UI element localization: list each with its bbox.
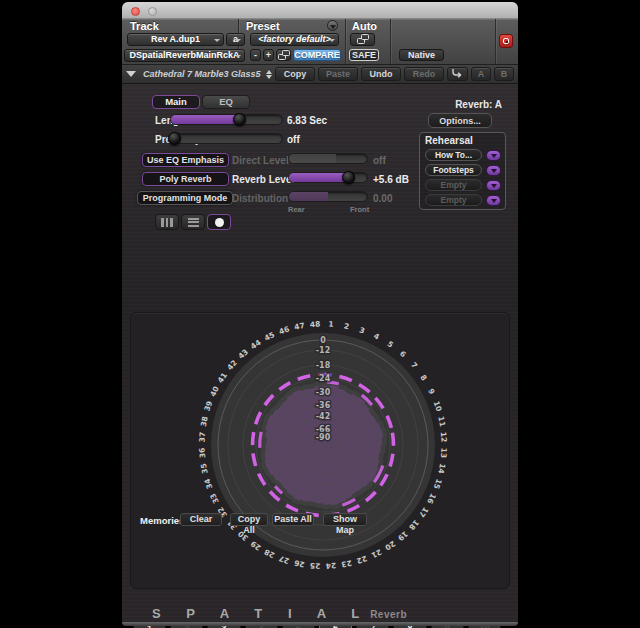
librarian-bar: Cathedral 7 Marble3 Glass5 6s Generic Co… <box>122 64 518 84</box>
use-eq-emphasis-button[interactable]: Use EQ Emphasis <box>142 153 229 167</box>
options-button[interactable]: Options... <box>428 113 492 128</box>
compare-button[interactable]: COMPARE <box>293 49 341 61</box>
close-button[interactable] <box>131 7 140 16</box>
copy-a-to-b-button[interactable] <box>447 67 468 81</box>
channel-label: 27 <box>278 554 291 566</box>
db-ring-label: 0 <box>320 336 326 345</box>
plugin-selector[interactable]: DSpatialReverbMainRckA <box>124 49 245 62</box>
rehearsal-dropdown-icon[interactable] <box>486 165 501 176</box>
tab-eq[interactable]: EQ <box>202 95 250 109</box>
rehearsal-panel: Rehearsal How To...FootstepsEmptyEmpty <box>419 132 506 210</box>
channel-label: 2 <box>343 321 350 331</box>
native-button[interactable]: Native <box>399 49 444 61</box>
channel-label: 45 <box>263 330 276 343</box>
channel-label: 18 <box>407 518 421 532</box>
circle-icon <box>215 218 224 227</box>
channel-label: 17 <box>417 505 430 519</box>
polar-plot[interactable]: 0-12-18-24-30-36-42-66-90123456789101112… <box>131 313 511 590</box>
programming-mode-button[interactable]: Programming Mode <box>137 191 233 205</box>
preset-section-label: Preset <box>246 20 280 32</box>
reverb-level-value: +5.6 dB <box>373 174 409 185</box>
minimize-button[interactable] <box>148 7 157 16</box>
channel-label: 35 <box>199 463 210 475</box>
channel-label: 5 <box>386 339 395 349</box>
channel-label: 36 <box>197 447 207 458</box>
undo-button[interactable]: Undo <box>361 67 401 81</box>
paste-button[interactable]: Paste <box>318 67 358 81</box>
db-ring-label: -12 <box>316 346 330 355</box>
channel-label: 4 <box>372 331 381 341</box>
direct-level-slider <box>288 153 368 164</box>
channel-label: 6 <box>398 349 408 359</box>
channel-label: 42 <box>225 358 239 372</box>
track-selector[interactable]: Rev A.dup1 <box>127 33 224 46</box>
track-section-label: Track <box>130 20 159 32</box>
rehearsal-footsteps-button[interactable]: Footsteps <box>425 164 482 176</box>
preset-selector[interactable]: <factory default> <box>250 33 339 46</box>
safe-button[interactable]: SAFE <box>349 49 379 61</box>
target-button[interactable] <box>499 34 513 48</box>
copy-all-button[interactable]: Copy All <box>230 513 268 526</box>
channel-label: 44 <box>249 338 263 351</box>
copy-button[interactable]: Copy <box>275 67 315 81</box>
clear-button[interactable]: Clear <box>180 513 222 526</box>
pre-delay-slider[interactable] <box>170 133 283 144</box>
preset-spinner[interactable] <box>266 70 272 79</box>
channel-label: 10 <box>432 400 444 413</box>
channel-label: 1 <box>328 320 334 329</box>
auto-section-label: Auto <box>352 20 377 32</box>
redo-button[interactable]: Redo <box>404 67 444 81</box>
length-slider[interactable] <box>170 114 283 125</box>
rows-view-button[interactable] <box>181 214 205 230</box>
auto-enable-button[interactable] <box>350 33 375 46</box>
preset-menu-icon[interactable] <box>327 20 338 31</box>
channel-label: 39 <box>202 400 214 413</box>
channel-label: 11 <box>436 415 447 427</box>
reverb-slot-label: Reverb: A <box>432 99 502 110</box>
plugin-window: Track Preset Auto Rev A.dup1 a DSpatialR… <box>122 2 518 626</box>
channel-label: 12 <box>439 432 449 443</box>
channel-label: 22 <box>356 554 369 566</box>
slider-knob[interactable] <box>342 171 355 184</box>
previous-preset-button[interactable]: - <box>250 49 261 61</box>
channel-label: 8 <box>418 373 428 382</box>
current-preset-name[interactable]: Cathedral 7 Marble3 Glass5 6s Generic <box>139 69 263 79</box>
brand-name: S P A T I A L <box>152 606 370 621</box>
reverb-level-slider[interactable] <box>288 172 368 183</box>
tab-main[interactable]: Main <box>152 95 200 109</box>
preset-triangle-icon[interactable] <box>126 71 136 77</box>
rear-label: Rear <box>288 205 305 214</box>
window-resize-edge[interactable] <box>122 622 518 626</box>
next-preset-button[interactable]: + <box>263 49 274 61</box>
setting-a-button[interactable]: A <box>471 67 491 81</box>
db-ring-label: -42 <box>316 412 330 421</box>
slider-knob[interactable] <box>168 132 181 145</box>
rehearsal-title: Rehearsal <box>425 135 473 146</box>
polar-view-button[interactable] <box>207 214 231 230</box>
rehearsal-dropdown-icon[interactable] <box>486 180 501 191</box>
rehearsal-dropdown-icon[interactable] <box>486 195 501 206</box>
copy-settings-button[interactable] <box>276 49 291 61</box>
rehearsal-empty-button[interactable]: Empty <box>425 179 482 191</box>
show-map-button[interactable]: Show Map <box>323 513 367 526</box>
channel-label: 25 <box>310 561 321 571</box>
paste-all-button[interactable]: Paste All <box>272 513 314 526</box>
channel-label: 33 <box>208 492 221 505</box>
setting-b-button[interactable]: B <box>494 67 514 81</box>
direct-level-label: Direct Level <box>232 155 286 166</box>
auto-stack-icon <box>357 34 369 44</box>
channel-label: 48 <box>310 319 321 329</box>
rehearsal-empty-button[interactable]: Empty <box>425 194 482 206</box>
channel-label: 29 <box>249 539 263 552</box>
bars-view-button[interactable] <box>155 214 179 230</box>
poly-reverb-button[interactable]: Poly Reverb <box>142 172 229 186</box>
chevron-down-icon <box>329 39 335 42</box>
rehearsal-how-to-button[interactable]: How To... <box>425 149 482 161</box>
pre-delay-value: off <box>287 134 300 145</box>
slider-knob[interactable] <box>233 113 246 126</box>
rehearsal-dropdown-icon[interactable] <box>486 150 501 161</box>
plugin-header: Track Preset Auto Rev A.dup1 a DSpatialR… <box>122 19 518 64</box>
channel-label: 46 <box>278 324 291 336</box>
channel-selector[interactable]: a <box>226 33 245 46</box>
footer-brand: S P A T I A L Reverb <box>152 606 407 621</box>
